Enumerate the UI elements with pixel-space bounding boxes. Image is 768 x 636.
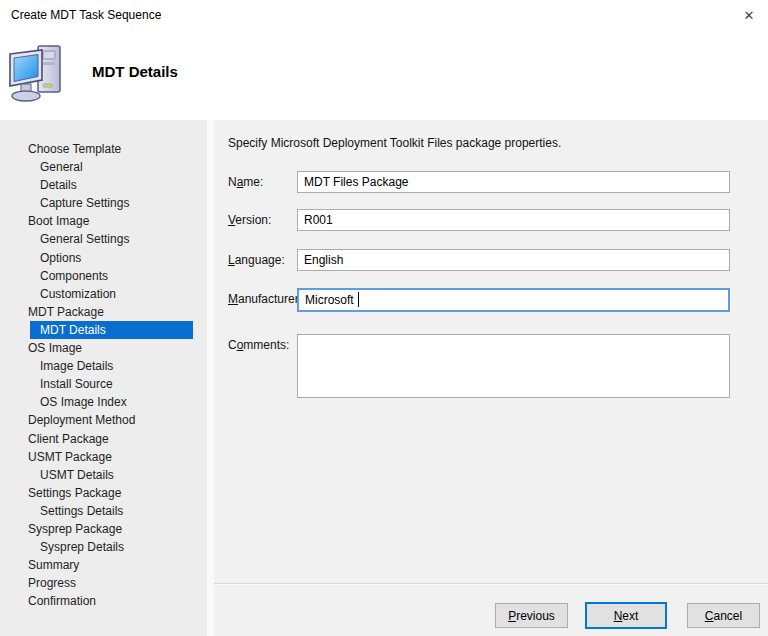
comments-textarea[interactable]: [297, 334, 730, 398]
sidebar-item-general[interactable]: General: [0, 158, 207, 176]
sidebar-item-mdt-package[interactable]: MDT Package: [0, 303, 207, 321]
language-input[interactable]: [297, 249, 730, 271]
sidebar-item-boot-image[interactable]: Boot Image: [0, 212, 207, 230]
wizard-dialog: Create MDT Task Sequence ✕ MDT Details C…: [0, 0, 768, 636]
cancel-button[interactable]: Cancel: [687, 603, 760, 628]
sidebar-item-client-package[interactable]: Client Package: [0, 430, 207, 448]
comments-label: Comments:: [228, 338, 289, 352]
name-label: Name:: [228, 175, 263, 189]
sidebar-item-sysprep-package[interactable]: Sysprep Package: [0, 520, 207, 538]
sidebar-item-os-image[interactable]: OS Image: [0, 339, 207, 357]
page-description: Specify Microsoft Deployment Toolkit Fil…: [228, 136, 561, 150]
sidebar-item-os-image-index[interactable]: OS Image Index: [0, 393, 207, 411]
footer-separator: [214, 583, 768, 585]
computer-icon: [8, 42, 66, 104]
sidebar-item-capture-settings[interactable]: Capture Settings: [0, 194, 207, 212]
sidebar-item-choose-template[interactable]: Choose Template: [0, 140, 207, 158]
language-label: Language:: [228, 253, 285, 267]
close-icon: ✕: [744, 8, 755, 23]
sidebar-item-customization[interactable]: Customization: [0, 285, 207, 303]
sidebar-item-confirmation[interactable]: Confirmation: [0, 592, 207, 610]
sidebar-item-sysprep-details[interactable]: Sysprep Details: [0, 538, 207, 556]
version-label: Version:: [228, 213, 271, 227]
next-button[interactable]: Next: [585, 602, 667, 629]
sidebar-item-options[interactable]: Options: [0, 249, 207, 267]
manufacturer-label: Manufacturer:: [228, 292, 302, 306]
sidebar-item-settings-package[interactable]: Settings Package: [0, 484, 207, 502]
sidebar-item-details[interactable]: Details: [0, 176, 207, 194]
sidebar-item-image-details[interactable]: Image Details: [0, 357, 207, 375]
sidebar-item-deployment-method[interactable]: Deployment Method: [0, 411, 207, 429]
sidebar-item-usmt-details[interactable]: USMT Details: [0, 466, 207, 484]
sidebar-item-components[interactable]: Components: [0, 267, 207, 285]
name-input[interactable]: [297, 171, 730, 193]
sidebar: Choose TemplateGeneralDetailsCapture Set…: [0, 120, 207, 636]
text-caret: [358, 292, 359, 307]
sidebar-item-settings-details[interactable]: Settings Details: [0, 502, 207, 520]
previous-button[interactable]: Previous: [495, 603, 568, 628]
close-button[interactable]: ✕: [738, 5, 760, 27]
version-input[interactable]: [297, 209, 730, 231]
sidebar-item-general-settings[interactable]: General Settings: [0, 230, 207, 248]
sidebar-item-mdt-details[interactable]: MDT Details: [30, 321, 193, 339]
sidebar-item-usmt-package[interactable]: USMT Package: [0, 448, 207, 466]
manufacturer-input[interactable]: [297, 288, 730, 312]
sidebar-item-install-source[interactable]: Install Source: [0, 375, 207, 393]
window-title: Create MDT Task Sequence: [11, 8, 161, 22]
sidebar-item-summary[interactable]: Summary: [0, 556, 207, 574]
page-title: MDT Details: [92, 63, 178, 80]
sidebar-nav: Choose TemplateGeneralDetailsCapture Set…: [0, 140, 207, 610]
sidebar-divider: [207, 120, 214, 636]
sidebar-item-progress[interactable]: Progress: [0, 574, 207, 592]
